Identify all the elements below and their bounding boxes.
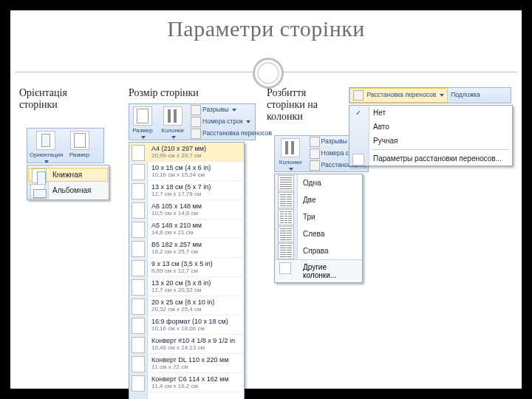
page-size-icon — [70, 131, 89, 150]
portrait-icon — [32, 168, 47, 183]
columns-option[interactable]: Слева — [275, 225, 362, 242]
page-size-option[interactable]: 16:9 формат (10 x 18 см)10,16 см x 18,06… — [129, 316, 244, 335]
hyphenation-icon — [191, 129, 201, 139]
columns-preview-icon — [278, 175, 294, 191]
page-size-name: A5 148 x 210 мм — [151, 222, 239, 229]
page-size-name: 9 x 13 см (3,5 x 5 in) — [151, 260, 239, 267]
page-icon — [132, 299, 145, 315]
hyphenation-menu: ✓ Нет Авто Ручная Параметры расстановки … — [349, 105, 513, 166]
page-size-name: 20 x 25 см (8 x 10 in) — [151, 299, 239, 306]
page-size-option[interactable]: Конверт #10 4 1/8 x 9 1/2 in10,48 см x 2… — [129, 335, 244, 354]
columns-button-label: Колонки — [279, 159, 302, 166]
check-icon: ✓ — [355, 109, 363, 117]
columns-icon — [281, 138, 300, 157]
options-icon — [352, 154, 364, 166]
columns-option[interactable]: Три — [275, 208, 362, 225]
hyphenation-icon — [353, 90, 364, 100]
page-size-dimensions: 20,32 см x 25,4 см — [151, 306, 239, 313]
hyphenation-manual[interactable]: Ручная — [349, 134, 512, 148]
breaks-row[interactable]: Разрывы — [189, 104, 254, 116]
line-numbers-icon — [191, 117, 201, 127]
page-size-option[interactable]: Конверт DL 110 x 220 мм11 см x 22 см — [129, 354, 244, 373]
page-size-option[interactable]: 13 x 18 см (5 x 7 in)12,7 см x 17,78 см — [129, 181, 244, 200]
columns-option[interactable]: Две — [275, 191, 362, 208]
line-numbers-row[interactable]: Номера строк — [189, 116, 254, 128]
section-label-size: Розмір сторінки — [129, 87, 199, 99]
hyphenation-none[interactable]: ✓ Нет — [349, 106, 512, 120]
watermark-button[interactable]: Подложка — [449, 90, 482, 99]
page-size-option[interactable]: A5 148 x 210 мм14,8 см x 21 см — [129, 219, 244, 239]
orientation-menu: Книжная Альбомная — [27, 165, 109, 200]
orientation-icon — [36, 131, 55, 150]
hyphenation-auto[interactable]: Авто — [349, 120, 512, 134]
page-size-option[interactable]: Конверт C6 114 x 162 мм11,4 см x 16,2 см — [129, 373, 244, 392]
hyphenation-button[interactable]: Расстановка переносов — [349, 88, 448, 103]
columns-button[interactable]: Колонки — [275, 136, 306, 174]
page-size-name: 13 x 18 см (5 x 7 in) — [151, 183, 239, 191]
page-icon — [132, 279, 145, 296]
orientation-button-label: Ориентация — [30, 151, 63, 158]
line-numbers-icon — [310, 149, 320, 159]
page-size-option[interactable]: B5 182 x 257 мм18,2 см x 25,7 см — [129, 239, 244, 258]
page-size-option[interactable]: A6 105 x 148 мм10,5 см x 14,8 см — [129, 200, 244, 219]
page-icon — [132, 183, 145, 200]
columns-button-label: Колонки — [161, 127, 184, 134]
hyphenation-options[interactable]: Параметры расстановки переносов... — [349, 151, 512, 166]
ribbon-group-hyphenation: Расстановка переносов Подложка Цв стран — [349, 87, 511, 103]
page-icon — [132, 222, 145, 238]
page-size-option[interactable]: 13 x 20 см (5 x 8 in)12,7 см x 20,32 см — [129, 277, 244, 296]
columns-option-label: Справа — [303, 247, 329, 255]
breaks-icon — [310, 137, 320, 147]
page-icon — [132, 260, 145, 276]
ribbon-group-size: Размер Колонки Разрывы Номера строк Расс… — [129, 103, 256, 140]
orientation-portrait[interactable]: Книжная — [28, 168, 108, 182]
columns-preview-icon — [278, 209, 294, 225]
ribbon-group-orientation: Ориентация Размер — [27, 128, 104, 163]
size-button-small-label: Размер — [69, 151, 90, 158]
orientation-portrait-label: Книжная — [52, 171, 82, 179]
size-button[interactable]: Размер — [129, 104, 156, 142]
columns-option-label: Одна — [303, 179, 321, 187]
page-size-dimensions: 10,48 см x 24,13 см — [151, 344, 239, 351]
section-label-columns: Розбиття сторінки на колонки — [267, 87, 341, 123]
columns-option[interactable]: Справа — [275, 242, 362, 259]
page-icon — [132, 202, 145, 219]
page-size-dimensions: 20,99 см x 29,7 см — [151, 152, 239, 159]
page-icon — [132, 145, 145, 161]
page-icon — [132, 356, 145, 372]
ring-ornament — [253, 58, 284, 89]
page-size-dimensions: 12,7 см x 17,78 см — [151, 191, 239, 197]
page-size-dimensions: 10,5 см x 14,8 см — [151, 210, 239, 216]
page-size-menu: A4 (210 x 297 мм)20,99 см x 29,7 см10 x … — [129, 142, 245, 399]
page-size-name: 10 x 15 см (4 x 6 in) — [151, 164, 239, 171]
orientation-button[interactable]: Ориентация — [27, 129, 64, 166]
page-size-dimensions: 12,7 см x 20,32 см — [151, 287, 239, 293]
columns-button-size-ribbon[interactable]: Колонки — [158, 104, 188, 142]
page-size-option[interactable]: A4 (210 x 297 мм)20,99 см x 29,7 см — [129, 143, 244, 162]
page-size-option[interactable]: 9 x 13 см (3,5 x 5 in)8,89 см x 12,7 см — [129, 258, 244, 277]
page-size-name: Конверт DL 110 x 220 мм — [151, 356, 239, 364]
size-button-small[interactable]: Размер — [66, 129, 93, 160]
page-size-option[interactable]: 20 x 25 см (8 x 10 in)20,32 см x 25,4 см — [129, 296, 244, 316]
page-size-dimensions: 18,2 см x 25,7 см — [151, 248, 239, 255]
columns-option[interactable]: Одна — [275, 174, 362, 191]
columns-more[interactable]: Другие колонки... — [275, 259, 362, 282]
page-size-dimensions: 14,8 см x 21 см — [151, 229, 239, 236]
page-icon — [132, 318, 145, 334]
page-icon — [132, 375, 145, 392]
columns-preview-icon — [278, 243, 294, 259]
page-size-option[interactable]: 10 x 15 см (4 x 6 in)10,16 см x 15,24 см — [129, 162, 244, 181]
columns-option-label: Две — [303, 196, 316, 204]
title-divider — [15, 58, 517, 87]
columns-menu: ОднаДвеТриСлеваСправаДругие колонки... — [274, 174, 363, 283]
page-size-dimensions: 8,89 см x 12,7 см — [151, 267, 239, 274]
orientation-landscape[interactable]: Альбомная — [27, 183, 109, 198]
hyphenation-row[interactable]: Расстановка переносов — [189, 128, 254, 140]
page-icon — [132, 164, 145, 180]
section-label-orientation: Орієнтація сторінки — [19, 87, 100, 111]
columns-preview-icon — [278, 192, 294, 208]
page-title: Параметри сторінки — [15, 16, 517, 41]
size-button-label: Размер — [132, 127, 153, 134]
columns-icon — [163, 106, 183, 126]
page-size-dimensions: 11 см x 22 см — [151, 364, 239, 370]
